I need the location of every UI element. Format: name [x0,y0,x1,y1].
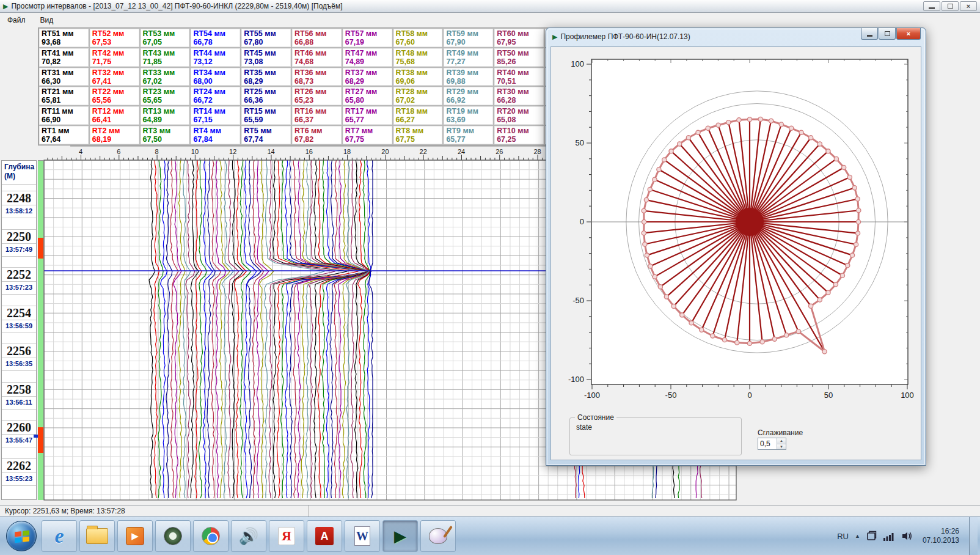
rt-cell[interactable]: RT15 мм65,59 [241,106,291,125]
taskbar-yandex[interactable]: Я [269,520,304,552]
rt-cell[interactable]: RT50 мм85,26 [494,48,544,67]
restore-button[interactable] [942,1,959,11]
rt-cell[interactable]: RT38 мм69,06 [393,67,444,87]
rt-cell[interactable]: RT6 мм67,82 [291,125,342,145]
rt-cell[interactable]: RT1 мм67,64 [38,125,89,145]
action-center-icon[interactable] [866,531,877,541]
rt-cell[interactable]: RT36 мм68,73 [291,67,342,87]
language-indicator[interactable]: RU [837,532,849,541]
rt-cell[interactable]: RT31 мм66,30 [38,67,89,87]
rt-cell[interactable]: RT60 мм67,95 [494,28,544,48]
clock[interactable]: 16:26 07.10.2013 [923,527,959,545]
profile-titlebar[interactable]: ▶ Профилемер ПФТ-90-60-ИН(12.07.13) [552,32,690,41]
rt-cell[interactable]: RT54 мм66,78 [190,28,241,48]
rt-cell[interactable]: RT56 мм66,88 [291,28,342,48]
volume-icon[interactable] [902,531,913,541]
rt-cell[interactable]: RT55 мм67,80 [241,28,291,48]
rt-cell[interactable]: RT17 мм65,77 [342,106,393,125]
main-titlebar[interactable]: ▶ Просмотр интервалов - [2013_07_12 13_0… [0,0,980,13]
rt-cell[interactable]: RT39 мм69,88 [443,67,494,87]
smoothing-value[interactable]: 0,5 [758,438,777,449]
profile-window[interactable]: ▶ Профилемер ПФТ-90-60-ИН(12.07.13) × -1… [546,28,926,466]
rt-cell[interactable]: RT14 мм67,15 [190,106,241,125]
menu-file[interactable]: Файл [0,14,33,26]
rt-cell[interactable]: RT37 мм68,29 [342,67,393,87]
rt-cell[interactable]: RT9 мм65,77 [443,125,494,145]
rt-cell[interactable]: RT3 мм67,50 [140,125,191,145]
profile-maximize-button[interactable] [879,28,896,40]
rt-cell[interactable]: RT43 мм71,85 [140,48,191,67]
network-icon[interactable] [883,532,896,541]
rt-cell[interactable]: RT40 мм70,51 [494,67,544,87]
rt-cell[interactable]: RT4 мм67,84 [190,125,241,145]
rt-cell[interactable]: RT29 мм66,92 [443,86,494,106]
rt-cell[interactable]: RT11 мм66,90 [38,106,89,125]
taskbar-media-player[interactable]: ▶ [117,520,153,552]
taskbar-volume-app[interactable]: 🔊 [231,520,266,552]
start-button[interactable] [6,521,37,551]
rt-cell[interactable]: RT13 мм64,89 [140,106,191,125]
rt-cell[interactable]: RT42 мм71,75 [89,48,140,67]
interval-strip[interactable] [38,160,43,500]
rt-cell[interactable]: RT20 мм65,08 [494,106,544,125]
rt-cell[interactable]: RT18 мм66,27 [393,106,444,125]
rt-cell[interactable]: RT2 мм68,19 [89,125,140,145]
taskbar-profiler-app[interactable]: ▶ [382,520,418,552]
taskbar-adobe-reader[interactable]: A [307,520,342,552]
rt-cell[interactable]: RT32 мм67,41 [89,67,140,87]
taskbar-paint[interactable] [420,520,456,552]
rt-cell[interactable]: RT44 мм73,12 [190,48,241,67]
rt-cell[interactable]: RT7 мм67,75 [342,125,393,145]
menu-view[interactable]: Вид [33,14,61,26]
rt-cell[interactable]: RT22 мм65,56 [89,86,140,106]
rt-cell[interactable]: RT8 мм67,75 [393,125,444,145]
rt-cell[interactable]: RT57 мм67,19 [342,28,393,48]
rt-cell[interactable]: RT45 мм73,08 [241,48,291,67]
rt-cell[interactable]: RT49 мм77,27 [443,48,494,67]
rt-cell[interactable]: RT53 мм67,05 [140,28,191,48]
rt-cell[interactable]: RT48 мм75,68 [393,48,444,67]
minimize-button[interactable] [923,1,940,11]
taskbar-green-ring-app[interactable] [155,520,191,552]
rt-cell[interactable]: RT28 мм67,02 [393,86,444,106]
taskbar-chrome[interactable] [193,520,229,552]
taskbar-word[interactable]: W [345,520,380,552]
hidden-icons-button[interactable]: ▲ [855,533,860,539]
rt-cell[interactable]: RT52 мм67,53 [89,28,140,48]
taskbar-file-explorer[interactable] [79,520,115,552]
rt-cell[interactable]: RT47 мм74,89 [342,48,393,67]
rt-cell[interactable]: RT46 мм74,68 [291,48,342,67]
rt-cell[interactable]: RT26 мм65,23 [291,86,342,106]
rt-cell[interactable]: RT41 мм70,82 [38,48,89,67]
close-button[interactable]: × [960,1,977,11]
spin-up-icon[interactable]: ▲ [777,438,786,444]
spin-down-icon[interactable]: ▼ [777,444,786,450]
profile-close-button[interactable]: × [896,28,921,40]
rt-cell[interactable]: RT27 мм65,80 [342,86,393,106]
show-desktop-button[interactable] [969,517,978,555]
rt-cell[interactable]: RT25 мм66,36 [241,86,291,106]
taskbar-internet-explorer[interactable]: e [42,520,77,552]
rt-cell[interactable]: RT33 мм67,02 [140,67,191,87]
depth-time-label: 13:55:47 [2,436,36,444]
rt-cell[interactable]: RT58 мм67,60 [393,28,444,48]
rt-cell[interactable]: RT12 мм66,41 [89,106,140,125]
rt-cell[interactable]: RT34 мм68,00 [190,67,241,87]
rt-cell[interactable]: RT59 мм67,90 [443,28,494,48]
rt-cell[interactable]: RT16 мм66,37 [291,106,342,125]
profile-minimize-button[interactable] [861,28,878,40]
word-icon: W [354,526,370,546]
rt-cell[interactable]: RT35 мм68,29 [241,67,291,87]
rt-cell[interactable]: RT23 мм65,65 [140,86,191,106]
rt-cell[interactable]: RT5 мм67,74 [241,125,291,145]
app-icon: ▶ [3,3,8,10]
rt-cell[interactable]: RT19 мм63,69 [443,106,494,125]
svg-text:0: 0 [747,391,751,400]
rt-cell[interactable]: RT21 мм65,81 [38,86,89,106]
rt-cell[interactable]: RT51 мм93,68 [38,28,89,48]
interval-mark [38,238,43,259]
rt-cell[interactable]: RT30 мм66,28 [494,86,544,106]
rt-cell[interactable]: RT10 мм67,25 [494,125,544,145]
rt-cell[interactable]: RT24 мм66,72 [190,86,241,106]
smoothing-spinner[interactable]: 0,5 ▲ ▼ [758,438,786,450]
